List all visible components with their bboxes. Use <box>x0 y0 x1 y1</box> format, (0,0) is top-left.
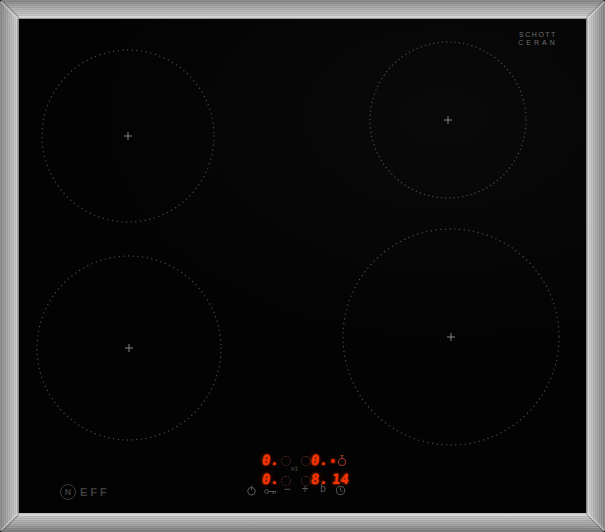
minus-button[interactable]: − <box>280 482 294 496</box>
display-back-right-level: 0. <box>310 453 328 467</box>
timer-button[interactable] <box>333 483 347 497</box>
ceran-fine-print-2: ····· <box>513 55 563 59</box>
plus-button[interactable]: + <box>298 482 312 496</box>
induction-cooktop: 0. 0. HI 0. 8. 14 <box>0 0 605 532</box>
schott-ceran-line2: CERAN <box>513 39 563 47</box>
power-button[interactable] <box>244 483 258 497</box>
schott-ceran-mark: SCHOTT CERAN ········· ····· <box>513 31 563 59</box>
plus-label: + <box>301 483 308 495</box>
boost-button[interactable]: b <box>316 482 330 496</box>
neff-logo-n: N <box>60 484 76 500</box>
timer-active-dot <box>331 459 335 463</box>
stopwatch-icon <box>337 453 347 471</box>
display-back-left-level: 0. <box>261 453 279 467</box>
minus-label: − <box>283 483 290 495</box>
touch-control-panel: 0. 0. HI 0. 8. 14 <box>0 0 605 532</box>
zone-select-ring-back-left[interactable] <box>281 456 291 466</box>
power-icon <box>246 485 257 496</box>
childlock-button[interactable] <box>263 484 277 498</box>
clock-icon <box>335 485 346 496</box>
boost-label: b <box>320 483 326 495</box>
schott-ceran-line1: SCHOTT <box>513 31 563 39</box>
key-icon <box>264 487 277 496</box>
bridge-indicator: HI <box>291 466 298 472</box>
neff-logo-text: EFF <box>80 486 110 498</box>
neff-logo: N EFF <box>60 483 110 500</box>
